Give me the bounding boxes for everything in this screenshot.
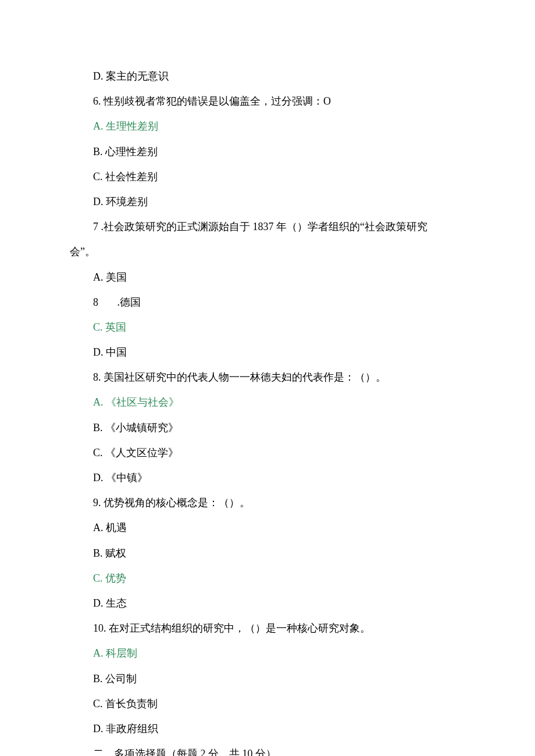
question-8: 8. 美国社区研究中的代表人物一一林德夫妇的代表作是：（）。 [93, 365, 465, 390]
q7-option-b-text: .德国 [117, 296, 141, 308]
document-page: D. 案主的无意识 6. 性别歧视者常犯的错误是以偏盖全，过分强调：O A. 生… [0, 0, 535, 756]
q6-option-a: A. 生理性差别 [93, 114, 465, 139]
q5-option-d: D. 案主的无意识 [93, 64, 465, 89]
question-7-line1: 7 .社会政策研究的正式渊源始自于 1837 年（）学者组织的“社会政策研究 [93, 214, 465, 239]
q6-option-c: C. 社会性差别 [93, 164, 465, 189]
q8-option-a: A. 《社区与社会》 [93, 390, 465, 415]
q9-option-c: C. 优势 [93, 566, 465, 591]
q8-option-d: D. 《中镇》 [93, 465, 465, 490]
question-6: 6. 性别歧视者常犯的错误是以偏盖全，过分强调：O [93, 89, 465, 114]
question-9: 9. 优势视角的核心概念是：（）。 [93, 490, 465, 515]
question-7-line2: 会”。 [70, 239, 465, 264]
q10-option-b: B. 公司制 [93, 667, 465, 691]
q7-option-b: 8 .德国 [93, 290, 465, 315]
q9-option-a: A. 机遇 [93, 515, 465, 540]
q7-option-b-number: 8 [93, 296, 98, 308]
q7-option-d: D. 中国 [93, 340, 465, 365]
q10-option-a: A. 科层制 [93, 641, 465, 666]
q6-option-d: D. 环境差别 [93, 189, 465, 214]
q8-option-b: B. 《小城镇研究》 [93, 415, 465, 440]
q9-option-d: D. 生态 [93, 591, 465, 616]
q10-option-d: D. 非政府组织 [93, 716, 465, 741]
question-10: 10. 在对正式结构组织的研究中，（）是一种核心研究对象。 [93, 616, 465, 641]
q7-option-a: A. 美国 [93, 265, 465, 290]
q10-option-c: C. 首长负责制 [93, 691, 465, 716]
q9-option-b: B. 赋权 [93, 541, 465, 566]
section-2-heading: 二、多项选择题（每题 2 分，共 10 分） [93, 741, 465, 756]
q7-option-c: C. 英国 [93, 315, 465, 340]
q8-option-c: C. 《人文区位学》 [93, 440, 465, 465]
q6-option-b: B. 心理性差别 [93, 139, 465, 164]
